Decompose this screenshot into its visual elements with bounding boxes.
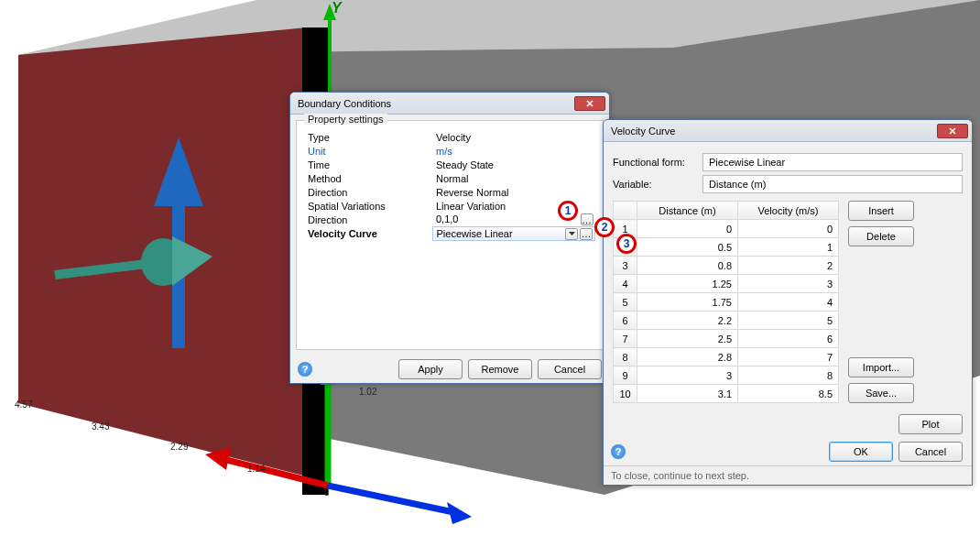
vc-titlebar[interactable]: Velocity Curve: [604, 120, 972, 142]
col-velocity[interactable]: Velocity (m/s): [738, 202, 839, 220]
variable-field[interactable]: Distance (m): [702, 175, 963, 193]
tick-1-14: 1.14: [247, 464, 265, 474]
help-icon[interactable]: ?: [611, 444, 626, 459]
close-icon[interactable]: [574, 96, 605, 111]
bc-title: Boundary Conditions: [298, 98, 574, 109]
functional-form-field[interactable]: Piecewise Linear: [702, 153, 963, 171]
ellipsis-icon[interactable]: …: [580, 228, 593, 240]
callout-2: 2: [594, 217, 615, 237]
table-row: 62.25: [614, 312, 839, 330]
plot-row: Plot: [604, 410, 972, 438]
vc-button-row: ? OK Cancel: [604, 438, 972, 465]
close-icon[interactable]: [937, 124, 968, 138]
insert-button[interactable]: Insert: [848, 201, 914, 221]
table-row: 72.56: [614, 330, 839, 348]
boundary-conditions-dialog[interactable]: Boundary Conditions Property settings Ty…: [289, 92, 610, 384]
velocity-curve-dialog[interactable]: Velocity Curve Functional form: Piecewis…: [603, 119, 973, 486]
functional-form-label: Functional form:: [613, 157, 695, 168]
ok-button[interactable]: OK: [829, 442, 893, 462]
callout-1: 1: [558, 201, 578, 221]
prop-row-velocity-curve: Velocity CurvePiecewise Linear…: [304, 226, 595, 240]
prop-row-type: TypeVelocity: [304, 130, 595, 144]
prop-row-time: TimeSteady State: [304, 158, 595, 171]
svg-marker-16: [323, 4, 336, 20]
chevron-down-icon[interactable]: [565, 228, 578, 240]
table-row: 938: [614, 366, 839, 385]
table-row: 51.754: [614, 293, 839, 312]
bc-titlebar[interactable]: Boundary Conditions: [290, 93, 609, 115]
table-row: 82.87: [614, 348, 839, 366]
property-settings-group: Property settings TypeVelocity Unitm/s T…: [296, 120, 604, 350]
prop-row-direction2: Direction0,1,0…: [304, 213, 595, 226]
variable-row: Variable: Distance (m): [613, 175, 963, 193]
callout-3: 3: [616, 234, 637, 254]
variable-label: Variable:: [613, 179, 695, 190]
table-row: 103.18.5: [614, 385, 839, 403]
plot-button[interactable]: Plot: [898, 414, 963, 434]
svg-line-6: [328, 486, 458, 513]
property-table[interactable]: TypeVelocity Unitm/s TimeSteady State Me…: [304, 130, 595, 241]
tick-1-02: 1.02: [359, 387, 376, 397]
tick-0: 0: [324, 487, 330, 498]
prop-row-direction: DirectionReverse Normal: [304, 185, 595, 199]
table-row: 100: [614, 220, 839, 238]
save-button[interactable]: Save...: [848, 383, 914, 403]
functional-form-row: Functional form: Piecewise Linear: [613, 153, 963, 171]
table-side-buttons: Insert Delete Import... Save...: [848, 201, 914, 403]
prop-row-spatial: Spatial VariationsLinear Variation: [304, 199, 595, 213]
delete-button[interactable]: Delete: [848, 226, 914, 246]
tick-2-29: 2.29: [170, 442, 188, 452]
apply-button[interactable]: Apply: [398, 359, 463, 379]
ellipsis-icon[interactable]: …: [581, 213, 593, 225]
table-row: 20.51: [614, 238, 839, 257]
tick-4-57: 4.57: [15, 399, 32, 410]
cancel-button[interactable]: Cancel: [898, 442, 963, 462]
col-index: [614, 202, 637, 220]
remove-button[interactable]: Remove: [468, 359, 532, 379]
import-button[interactable]: Import...: [848, 357, 914, 377]
help-icon[interactable]: ?: [298, 362, 312, 377]
svg-marker-7: [447, 502, 472, 524]
vc-title: Velocity Curve: [611, 126, 937, 137]
table-row: 41.253: [614, 275, 839, 293]
table-row: 30.82: [614, 257, 839, 275]
curve-data-table[interactable]: Distance (m) Velocity (m/s) 100 20.51 30…: [613, 201, 839, 403]
cancel-button[interactable]: Cancel: [538, 359, 602, 379]
vc-body: Functional form: Piecewise Linear Variab…: [604, 142, 972, 485]
col-distance[interactable]: Distance (m): [637, 202, 738, 220]
group-legend: Property settings: [304, 114, 387, 125]
tick-3-43: 3.43: [92, 421, 109, 432]
status-bar: To close, continue to next step.: [604, 465, 972, 485]
prop-row-method: MethodNormal: [304, 171, 595, 185]
prop-row-unit: Unitm/s: [304, 144, 595, 158]
bc-button-row: ? Apply Remove Cancel: [290, 356, 609, 383]
